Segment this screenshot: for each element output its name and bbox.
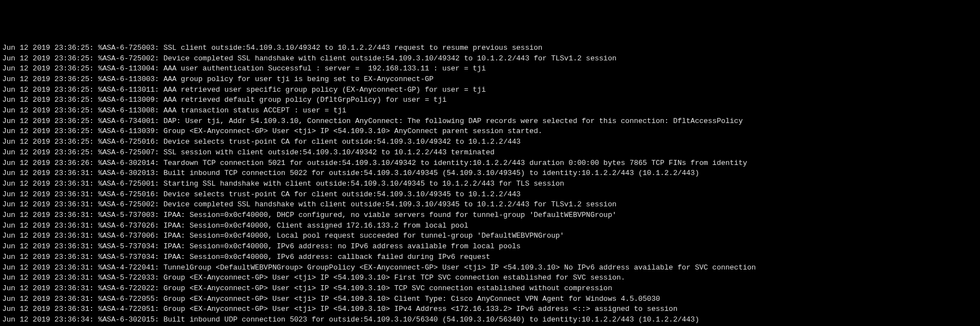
log-line: Jun 12 2019 23:36:25: %ASA-6-113039: Gro… (2, 126, 980, 137)
log-line: Jun 12 2019 23:36:25: %ASA-6-725003: SSL… (2, 43, 980, 54)
log-line: Jun 12 2019 23:36:31: %ASA-6-725001: Sta… (2, 179, 980, 190)
log-line: Jun 12 2019 23:36:31: %ASA-6-722022: Gro… (2, 284, 980, 294)
log-line: Jun 12 2019 23:36:31: %ASA-6-302013: Bui… (2, 168, 980, 179)
log-line: Jun 12 2019 23:36:31: %ASA-6-725016: Dev… (2, 190, 980, 200)
log-line: Jun 12 2019 23:36:31: %ASA-6-722055: Gro… (2, 294, 980, 305)
log-line: Jun 12 2019 23:36:31: %ASA-5-737003: IPA… (2, 210, 980, 221)
log-line: Jun 12 2019 23:36:31: %ASA-6-737026: IPA… (2, 221, 980, 231)
log-line: Jun 12 2019 23:36:26: %ASA-6-302014: Tea… (2, 158, 980, 169)
log-line: Jun 12 2019 23:36:25: %ASA-6-113008: AAA… (2, 106, 980, 116)
log-line: Jun 12 2019 23:36:25: %ASA-6-725007: SSL… (2, 148, 980, 158)
terminal-log-output[interactable]: Jun 12 2019 23:36:25: %ASA-6-725003: SSL… (2, 43, 980, 326)
log-line: Jun 12 2019 23:36:34: %ASA-6-302015: Bui… (2, 315, 980, 325)
log-line: Jun 12 2019 23:36:31: %ASA-4-722041: Tun… (2, 263, 980, 273)
log-line: Jun 12 2019 23:36:31: %ASA-5-722033: Gro… (2, 273, 980, 284)
log-line: Jun 12 2019 23:36:25: %ASA-6-113003: AAA… (2, 74, 980, 85)
log-line: Jun 12 2019 23:36:31: %ASA-6-737006: IPA… (2, 231, 980, 242)
log-line: Jun 12 2019 23:36:25: %ASA-6-113009: AAA… (2, 95, 980, 106)
log-line: Jun 12 2019 23:36:25: %ASA-6-725002: Dev… (2, 54, 980, 64)
log-line: Jun 12 2019 23:36:31: %ASA-5-737034: IPA… (2, 242, 980, 252)
log-line: Jun 12 2019 23:36:25: %ASA-6-734001: DAP… (2, 116, 980, 127)
log-line: Jun 12 2019 23:36:31: %ASA-6-725002: Dev… (2, 200, 980, 210)
log-line: Jun 12 2019 23:36:25: %ASA-6-725016: Dev… (2, 137, 980, 148)
log-line: Jun 12 2019 23:36:31: %ASA-5-737034: IPA… (2, 252, 980, 263)
log-line: Jun 12 2019 23:36:25: %ASA-6-113011: AAA… (2, 85, 980, 96)
log-line: Jun 12 2019 23:36:31: %ASA-4-722051: Gro… (2, 304, 980, 315)
log-line: Jun 12 2019 23:36:25: %ASA-6-113004: AAA… (2, 64, 980, 74)
